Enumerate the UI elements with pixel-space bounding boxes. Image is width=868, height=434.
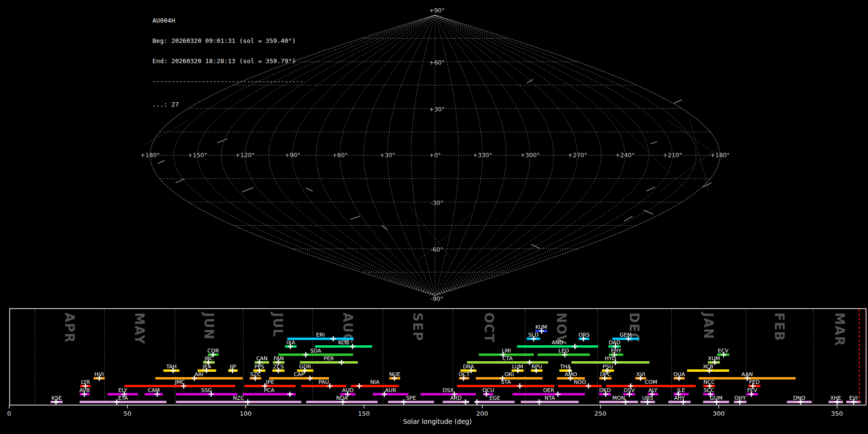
shower-label: ALY [648, 387, 657, 393]
shower-bar [278, 353, 353, 356]
shower-SSG: SSG [176, 387, 237, 397]
meteor-trail [306, 188, 312, 191]
meteor-trail [674, 100, 682, 103]
shower-FEV: FEV [746, 387, 758, 397]
month-label: MAR [832, 312, 847, 347]
shower-label: FED [749, 379, 760, 385]
shower-label: DPC [600, 371, 611, 378]
map-lon-label: +120° [235, 151, 255, 159]
shower-AND: AND [517, 339, 598, 350]
shower-STA: STA [457, 379, 555, 389]
map-meridian [293, 15, 435, 296]
shower-DKD: DKD [599, 387, 611, 397]
shower-bar [301, 385, 346, 387]
shower-label: LEO [558, 348, 569, 354]
map-arc [419, 215, 470, 260]
shower-bar [388, 401, 434, 403]
meteor-trail [242, 188, 253, 192]
shower-bar [145, 393, 163, 395]
shower-bar [521, 401, 579, 403]
map-lon-label: +270° [568, 151, 587, 159]
map-lon-label: +30° [380, 151, 395, 159]
shower-label: ERI [316, 332, 325, 338]
shower-label: CAP [294, 371, 304, 378]
shower-ZCS: ZCS [272, 364, 285, 374]
shower-label: EHY [611, 348, 622, 354]
meteor-trail [703, 183, 711, 187]
shower-label: SDA [310, 348, 321, 354]
meteor-trail [527, 80, 533, 83]
shower-NZC: NZC [176, 395, 301, 405]
session-separator: ---------------------------------------- [152, 78, 303, 85]
shower-DSX: DSX [420, 387, 476, 397]
map-lat-label: -60° [431, 246, 444, 253]
shower-HVI: HVI [94, 371, 105, 381]
map-lat-label: -30° [431, 199, 444, 206]
shower-label: CAM [148, 387, 160, 393]
shower-AVB: AVB [80, 387, 90, 397]
shower-bar [558, 385, 602, 387]
map-lat-label: +90° [429, 7, 445, 14]
map-lon-label: +0° [429, 151, 441, 159]
shower-TAH: TAH [163, 364, 179, 374]
shower-bar [373, 393, 408, 395]
shower-LEO: LEO [538, 348, 590, 358]
map-lon-label: +300° [520, 151, 540, 159]
shower-label: RPU [531, 364, 542, 370]
axis-tick-label: 300 [713, 410, 725, 417]
month-label: FEB [772, 312, 787, 341]
shower-label: KCG [338, 339, 349, 346]
shower-JMC: JMC [124, 379, 235, 389]
meteor-trail [531, 244, 540, 248]
shower-label: OER [543, 387, 555, 393]
shower-NUE: NUE [389, 371, 400, 381]
shower-GUM: GUM [703, 395, 729, 405]
session-count: ...: 27 [152, 101, 303, 108]
shower-label: SCC [704, 387, 715, 393]
month-label: JUN [202, 312, 216, 340]
shower-ETA: ETA [80, 395, 166, 405]
shower-label: ETA [118, 395, 128, 401]
shower-bar [176, 393, 237, 395]
shower-label: COM [645, 379, 657, 385]
shower-label: NTA [544, 395, 555, 401]
shower-label: AND [552, 339, 563, 346]
shower-SPE: SPE [388, 395, 434, 405]
shower-label: NIA [370, 379, 380, 385]
shower-label: AMO [565, 371, 577, 378]
shower-NDA: NDA [306, 395, 378, 405]
shower-SDA: SDA [278, 348, 353, 358]
shower-IXA: IXA [285, 339, 297, 350]
map-lon-label: +210° [663, 151, 682, 159]
shower-OCT: OCT [459, 371, 470, 381]
shower-label: JLE [677, 387, 685, 393]
month-label: APR [62, 312, 77, 343]
activity-chart: APRMAYJUNJULAUGSEPOCTNOVDECJANFEBMARKUME… [7, 309, 866, 417]
shower-label: SSG [201, 387, 212, 393]
shower-label: HYD [605, 355, 616, 362]
shower-label: DAD [609, 339, 620, 346]
shower-bar [124, 385, 235, 387]
shower-EGE: EGE [475, 395, 515, 405]
shower-bar [155, 377, 243, 380]
meteor-trail [382, 226, 387, 230]
shower-label: NDA [336, 395, 348, 401]
shower-bar [517, 345, 598, 348]
shower-MON: MON [599, 395, 638, 405]
map-lon-label: +240° [615, 151, 635, 159]
shower-NOO: NOO [558, 379, 602, 389]
shower-label: DKD [599, 387, 610, 393]
shower-label: ARI [194, 371, 203, 378]
shower-KSE: KSE [51, 395, 63, 405]
shower-label: TAH [166, 364, 177, 370]
shower-AHY: AHY [668, 395, 691, 405]
shower-ARD: ARD [443, 395, 469, 405]
map-arc [145, 121, 188, 145]
map-lon-label: +330° [473, 151, 492, 159]
shower-bar [457, 385, 555, 387]
shower-label: OCU [482, 387, 494, 393]
shower-label: KSE [52, 395, 62, 401]
session-end: End: 20260320 18:28:13 (sol = 359.79°) [152, 58, 303, 65]
meteor-trail [651, 142, 657, 144]
map-lon-label: +180° [710, 151, 730, 159]
